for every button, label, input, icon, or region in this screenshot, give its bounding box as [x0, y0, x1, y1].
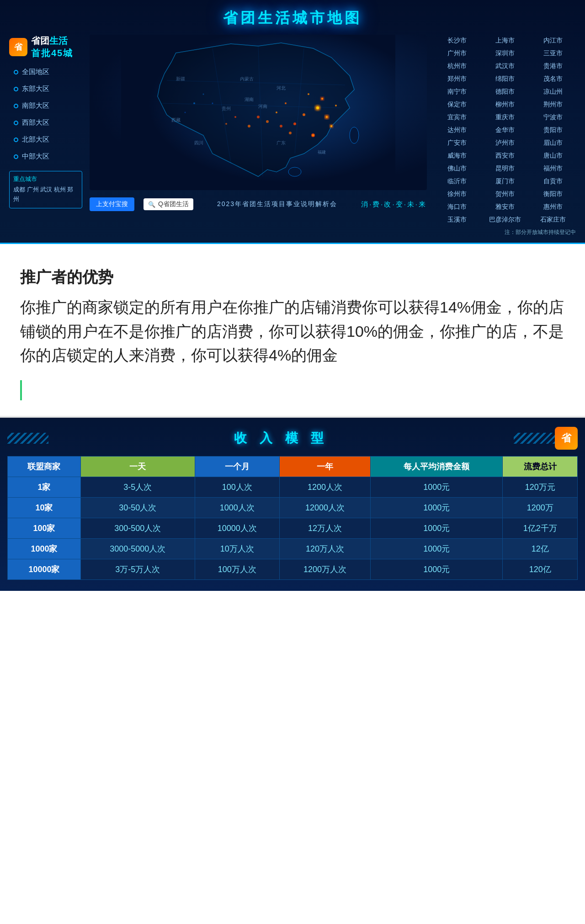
city-item: 眉山市: [530, 137, 576, 149]
bottom-description: 2023年省团生活项目事业说明解析会: [202, 200, 352, 208]
brand-logo: 省: [9, 38, 27, 56]
table-cell: 1000元: [371, 477, 503, 498]
table-cell: 1000元: [371, 498, 503, 518]
region-dot: [14, 138, 18, 142]
batch-label: 首批45城: [31, 47, 73, 59]
table-title-box: 收 入 模 型: [48, 430, 514, 447]
svg-text:福建: 福建: [318, 150, 326, 154]
table-cell: 1000元: [371, 559, 503, 580]
region-central[interactable]: 中部大区: [9, 149, 82, 164]
city-item: 深圳市: [482, 48, 528, 59]
table-cell: 120亿: [503, 559, 578, 580]
table-cell: 1家: [8, 477, 81, 498]
text-body: 你推广的商家锁定的所有用户在你推广的店铺消费你可以获得14%佣金，你的店铺锁的用…: [20, 295, 565, 367]
key-cities-box: 重点城市 成都 广州 武汉 杭州 郑州: [9, 171, 82, 208]
table-cell: 12000人次: [279, 498, 370, 518]
search-box[interactable]: 🔍 Q省团生活: [144, 198, 193, 210]
table-title: 收 入 模 型: [234, 431, 328, 445]
svg-point-25: [308, 93, 309, 95]
svg-text:西藏: 西藏: [171, 117, 181, 122]
city-item: 唐山市: [530, 150, 576, 162]
svg-point-30: [185, 112, 186, 113]
alipay-button[interactable]: 上支付宝搜: [90, 197, 134, 211]
table-cell: 30-50人次: [80, 498, 195, 518]
city-item: 郑州市: [434, 73, 480, 85]
city-item: 金华市: [482, 124, 528, 136]
svg-point-27: [225, 123, 227, 125]
map-bottom-bar: 上支付宝搜 🔍 Q省团生活 2023年省团生活项目事业说明解析会 消·费·改·变…: [90, 195, 427, 214]
city-item: 玉溪市: [434, 214, 480, 226]
city-item: 徐州市: [434, 188, 480, 200]
map-center: 四川 西藏 新疆 内蒙古 河北 河南 贵州 广东 福建 湖南 上支付宝搜 🔍 Q…: [90, 35, 427, 236]
city-item: 泸州市: [482, 137, 528, 149]
city-item: 惠州市: [530, 201, 576, 213]
city-item: 自贡市: [530, 175, 576, 187]
map-section: 省团生活城市地图 省 省团生活 首批45城 全国地区: [0, 0, 585, 244]
cursor: [20, 380, 22, 400]
city-item: 武汉市: [482, 60, 528, 72]
svg-text:贵州: 贵州: [222, 106, 231, 111]
city-item: 西安市: [482, 150, 528, 162]
table-cell: 120万元: [503, 477, 578, 498]
table-cell: 12亿: [503, 539, 578, 559]
china-map-bg: 四川 西藏 新疆 内蒙古 河北 河南 贵州 广东 福建 湖南: [90, 35, 427, 190]
svg-point-11: [321, 98, 323, 100]
svg-point-31: [203, 94, 204, 95]
city-item: 衡阳市: [530, 188, 576, 200]
svg-point-24: [285, 102, 287, 104]
svg-point-28: [335, 105, 337, 106]
china-map-svg: 四川 西藏 新疆 内蒙古 河北 河南 贵州 广东 福建 湖南: [90, 35, 427, 190]
search-text: Q省团生活: [158, 200, 189, 208]
city-item: 石家庄市: [530, 214, 576, 226]
search-icon: 🔍: [148, 201, 155, 208]
table-header-cell: 一年: [279, 457, 370, 477]
svg-point-13: [330, 125, 332, 127]
table-header-cell: 流费总计: [503, 457, 578, 477]
svg-point-17: [293, 122, 296, 125]
table-cell: 1000元: [371, 518, 503, 539]
region-north[interactable]: 北部大区: [9, 133, 82, 147]
svg-text:河南: 河南: [258, 104, 267, 109]
region-east[interactable]: 东部大区: [9, 82, 82, 96]
income-table: 联盟商家一天一个月一年每人平均消费金额流费总计 1家3-5人次100人次1200…: [7, 456, 578, 580]
city-note: 注：部分开放城市持续登记中: [434, 228, 576, 236]
table-row: 1家3-5人次100人次1200人次1000元120万元: [8, 477, 578, 498]
region-south[interactable]: 南部大区: [9, 99, 82, 113]
city-item: 凉山州: [530, 86, 576, 98]
city-item: 柳州市: [482, 99, 528, 111]
region-dot: [14, 104, 18, 108]
region-dot: [14, 70, 18, 74]
city-item: 达州市: [434, 124, 480, 136]
region-all[interactable]: 全国地区: [9, 65, 82, 79]
city-item: 海口市: [434, 201, 480, 213]
svg-point-19: [280, 125, 282, 127]
map-sidebar: 省 省团生活 首批45城 全国地区 东部大区 南部大区: [9, 35, 82, 236]
city-item: 雅安市: [482, 201, 528, 213]
city-item: 佛山市: [434, 163, 480, 175]
text-section: 推广者的优势 你推广的商家锁定的所有用户在你推广的店铺消费你可以获得14%佣金，…: [0, 244, 585, 418]
region-west[interactable]: 西部大区: [9, 116, 82, 130]
table-cell: 1亿2千万: [503, 518, 578, 539]
city-item: 绵阳市: [482, 73, 528, 85]
text-title: 推广者的优势: [20, 267, 565, 288]
brand-badge: 省 省团生活 首批45城: [9, 35, 82, 59]
city-item: 保定市: [434, 99, 480, 111]
table-cell: 100人次: [195, 477, 279, 498]
city-item: 长沙市: [434, 35, 480, 47]
table-row: 1000家3000-5000人次10万人次120万人次1000元12亿: [8, 539, 578, 559]
table-header-row: 收 入 模 型 省: [7, 427, 578, 450]
bottom-slogan: 消·费·改·变·未·来: [361, 200, 427, 209]
svg-point-9: [326, 116, 328, 118]
city-item: 贵阳市: [530, 124, 576, 136]
table-cell: 100万人次: [195, 559, 279, 580]
svg-point-29: [193, 102, 195, 104]
city-item: 茂名市: [530, 73, 576, 85]
brand-text: 省团生活: [31, 35, 73, 47]
svg-text:湖南: 湖南: [245, 97, 254, 102]
city-item: 上海市: [482, 35, 528, 47]
table-header-cell: 一天: [80, 457, 195, 477]
table-cell: 1000元: [371, 539, 503, 559]
city-item: 昆明市: [482, 163, 528, 175]
svg-text:广东: 广东: [277, 140, 286, 145]
city-item: 巴彦淖尔市: [482, 214, 528, 226]
